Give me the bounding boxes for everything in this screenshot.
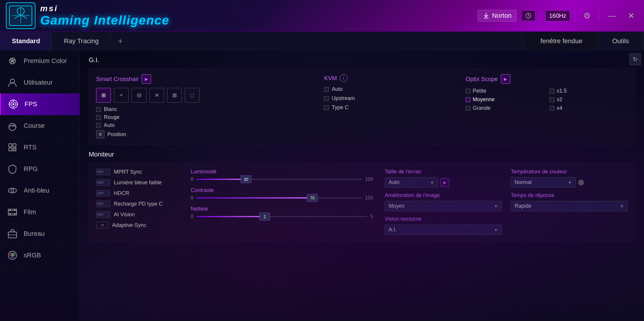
crosshair-icon-2[interactable]: + [114,88,129,103]
optix-play-button[interactable]: ▶ [501,74,510,84]
radio-petite[interactable] [466,89,470,93]
tab-standard-label: Standard [12,37,40,45]
toggle-mprt-button[interactable]: OFF [96,169,110,175]
toggle-recharge-button[interactable]: OFF [96,201,110,207]
kvm-option-auto[interactable]: Auto [324,86,454,92]
toggle-ai-button[interactable]: OFF [96,211,110,218]
vision-nocturne-select[interactable]: A.I. ▼ [385,225,502,235]
luminosite-track[interactable]: 30 [196,179,362,180]
temp-couleur-select[interactable]: Normal ▼ [511,177,576,188]
nettete-track[interactable]: 2 [196,216,367,217]
circle-icon [7,250,18,261]
color-option-blanc[interactable]: Blanc [96,106,312,112]
toggle-lumiere-button[interactable]: OFF [96,179,110,186]
svg-rect-20 [13,148,16,151]
sidebar-item-premium-color[interactable]: Premium Color [0,50,80,72]
sidebar-item-film[interactable]: Film [0,201,80,223]
toggle-hdcr-label: HDCR [114,190,129,196]
radio-kvm-upstream[interactable] [324,96,329,101]
sidebar-item-rpg[interactable]: RPG [0,158,80,180]
close-button[interactable]: ✕ [624,10,638,22]
shield-icon [7,164,18,174]
kvm-option-upstream[interactable]: Upstream [324,95,454,101]
kvm-label: KVM [324,75,337,82]
crosshair-icon-5[interactable]: ⊠ [167,88,182,103]
taille-ecran-select[interactable]: Auto ▼ [385,177,438,188]
nettete-thumb[interactable]: 2 [259,213,270,220]
amelioration-select[interactable]: Moyen ▼ [385,201,502,211]
crosshair-icon-4[interactable]: ✕ [149,88,164,103]
position-label: Position [107,131,126,138]
svg-rect-28 [9,213,11,214]
toggle-hdcr-button[interactable]: OFF [96,190,110,196]
settings-button[interactable]: ⚙ [580,10,594,22]
global-refresh-button[interactable]: ↻ [629,53,641,65]
sidebar-item-utilisateur[interactable]: Utilisateur [0,72,80,93]
toggle-adaptive-button[interactable]: ⇄ [96,222,109,228]
crosshair-icon-6[interactable]: □ [185,88,200,103]
minimize-button[interactable]: — [604,10,619,22]
optix-option-x4[interactable]: x4 [550,105,628,111]
contraste-track[interactable]: 70 [196,197,362,199]
norton-button[interactable]: Norton [478,10,517,22]
radio-moyenne[interactable] [466,97,470,102]
crosshair-icon-3[interactable]: ⊟ [132,88,146,103]
amelioration-group: Amélioration de l'image Moyen ▼ [385,192,502,211]
taille-ecran-play-button[interactable]: ▶ [440,178,449,187]
toggle-hdcr: OFF HDCR [96,190,179,196]
radio-x2[interactable] [550,97,554,102]
color-option-auto[interactable]: Auto [96,122,312,128]
radio-grande[interactable] [466,106,470,111]
crosshair-icon-1[interactable]: ⊞ [96,88,111,103]
sidebar-item-course[interactable]: Course [0,115,80,137]
radio-x4[interactable] [550,106,554,111]
tab-fenetre-fendue[interactable]: fenêtre fendue [526,32,598,50]
kvm-option-typec[interactable]: Type C [324,104,454,111]
hz-value: 160Hz [549,12,566,19]
kvm-typec-label: Type C [332,104,349,111]
position-gear-icon[interactable]: ⚙ [96,130,104,138]
vision-nocturne-arrow: ▼ [494,228,498,232]
sidebar: Premium Color Utilisateur FPS [0,50,80,321]
optix-option-petite[interactable]: Petite [466,88,544,94]
tab-standard[interactable]: Standard [0,32,52,50]
kvm-header: KVM i [324,74,454,82]
optix-option-moyenne[interactable]: Moyenne [466,96,544,103]
toggle-adaptive-sync: ⇄ Adaptive-Sync [96,222,179,228]
temps-reponse-select[interactable]: Rapide ▼ [511,201,628,211]
color-option-rouge[interactable]: Rouge [96,114,312,120]
sidebar-item-fps[interactable]: FPS [0,93,80,115]
sidebar-item-bureau[interactable]: Bureau [0,223,80,245]
optix-option-x15[interactable]: x1.5 [550,88,628,94]
sidebar-item-srgb[interactable]: sRGB [0,245,80,266]
radio-rouge[interactable] [96,115,101,120]
optix-option-grande[interactable]: Grande [466,105,544,111]
sidebar-label-anti-bleu: Anti-bleu [24,187,49,194]
temp-couleur-dot[interactable] [578,180,584,185]
radio-kvm-auto[interactable] [324,87,329,92]
luminosite-track-row: 0 30 100 [191,177,373,182]
radio-x15[interactable] [550,89,554,93]
optix-option-x2[interactable]: x2 [550,96,628,103]
sidebar-item-rts[interactable]: RTS [0,137,80,158]
gi-section: Smart Crosshair ▶ ⊞ + ⊟ ✕ ⊠ □ [89,68,635,145]
crosshair-play-button[interactable]: ▶ [142,74,151,84]
radio-kvm-typec[interactable] [324,105,329,110]
tab-outils[interactable]: Outils [598,32,644,50]
kvm-info-icon[interactable]: i [340,74,347,82]
tab-ray-tracing[interactable]: Ray Tracing [52,32,111,50]
film-icon [7,207,18,217]
hz-button[interactable] [521,10,535,21]
sidebar-item-anti-bleu[interactable]: Anti-bleu [0,180,80,201]
radio-blanc[interactable] [96,107,101,112]
svg-rect-27 [14,210,15,211]
nettete-label: Netteté [191,206,373,212]
hz-display[interactable]: 160Hz [545,10,570,21]
tab-add-button[interactable]: + [111,32,130,50]
radio-auto[interactable] [96,123,101,128]
svg-rect-29 [14,213,15,214]
contraste-thumb[interactable]: 70 [307,194,318,202]
vision-nocturne-value: A.I. [389,227,397,233]
toggle-ai-vision: OFF AI Vision [96,211,179,218]
luminosite-thumb[interactable]: 30 [241,175,251,183]
